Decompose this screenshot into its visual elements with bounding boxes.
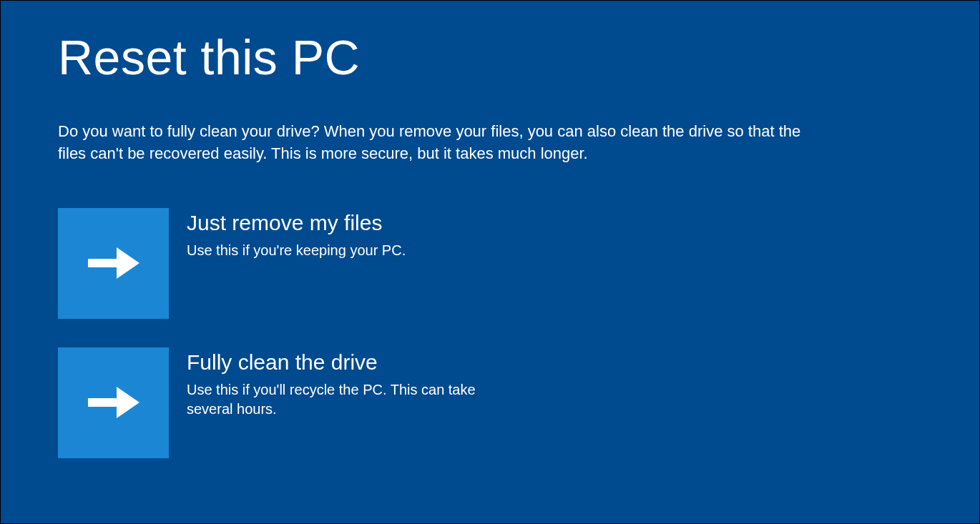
option-description: Use this if you'll recycle the PC. This …: [187, 380, 487, 419]
option-text-block: Fully clean the drive Use this if you'll…: [187, 347, 487, 419]
reset-pc-screen: Reset this PC Do you want to fully clean…: [1, 1, 979, 487]
page-title: Reset this PC: [58, 29, 922, 85]
arrow-right-icon: [58, 208, 169, 319]
page-description: Do you want to fully clean your drive? W…: [58, 121, 830, 165]
svg-marker-0: [88, 247, 139, 279]
arrow-right-icon: [58, 347, 169, 458]
option-just-remove-files[interactable]: Just remove my files Use this if you're …: [58, 208, 922, 319]
option-fully-clean-drive[interactable]: Fully clean the drive Use this if you'll…: [58, 347, 922, 458]
option-description: Use this if you're keeping your PC.: [187, 241, 406, 260]
option-title: Fully clean the drive: [187, 350, 487, 375]
option-text-block: Just remove my files Use this if you're …: [187, 208, 406, 260]
svg-marker-1: [88, 387, 139, 418]
option-title: Just remove my files: [187, 211, 406, 235]
options-list: Just remove my files Use this if you're …: [58, 208, 922, 458]
